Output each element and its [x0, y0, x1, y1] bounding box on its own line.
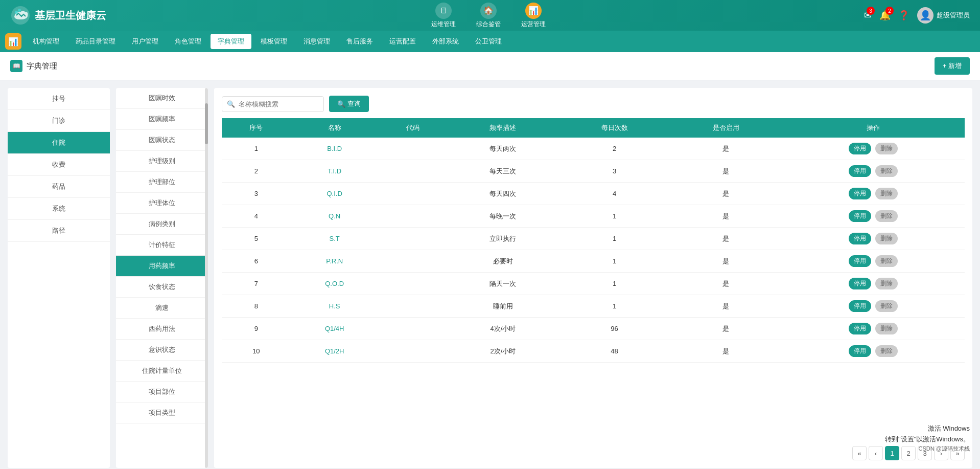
nav-center: 🖥 运维管理 🏠 综合鉴管 📊 运营管理	[112, 3, 864, 29]
mid-item-yizhu-zhuangtai[interactable]: 医嘱状态	[116, 130, 208, 151]
cell-freq-desc: 必要时	[447, 250, 558, 273]
page-title-icon: 📖	[10, 60, 22, 72]
nav-item-yunwei[interactable]: 🖥 运维管理	[431, 3, 456, 29]
mid-item-xiangmu-buwi[interactable]: 项目部位	[116, 382, 208, 403]
username: 超级管理员	[937, 11, 970, 20]
mid-item-disu[interactable]: 滴速	[116, 298, 208, 319]
page-first[interactable]: «	[852, 446, 867, 460]
page-3[interactable]: 3	[918, 446, 932, 460]
sidebar-item-shoufei[interactable]: 收费	[8, 154, 110, 176]
sidebar-item-yaopin[interactable]: 药品	[8, 176, 110, 198]
cell-name[interactable]: H.S	[291, 295, 379, 318]
delete-button[interactable]: 删除	[875, 188, 898, 199]
help-icon[interactable]: ❓	[898, 10, 909, 21]
table-row: 7 Q.O.D 隔天一次 1 是 停用 删除	[222, 273, 965, 295]
sidebar-item-xitong[interactable]: 系统	[8, 198, 110, 220]
mid-item-huli-jibie[interactable]: 护理级别	[116, 151, 208, 172]
cell-name[interactable]: Q1/4H	[291, 318, 379, 340]
cell-actions: 停用 删除	[782, 183, 965, 205]
page-prev[interactable]: ‹	[869, 446, 883, 460]
mid-item-huli-tiwei[interactable]: 护理体位	[116, 193, 208, 214]
nav-item-yunying[interactable]: 📊 运营管理	[521, 3, 546, 29]
cell-name[interactable]: S.T	[291, 228, 379, 250]
mail-icon[interactable]: ✉ 3	[864, 10, 872, 21]
stop-button[interactable]: 停用	[849, 233, 871, 244]
mid-item-jijia-tezheng[interactable]: 计价特征	[116, 235, 208, 256]
delete-button[interactable]: 删除	[875, 210, 898, 222]
search-button[interactable]: 🔍 查询	[329, 96, 369, 112]
sidebar-item-menzhen[interactable]: 门诊	[8, 110, 110, 132]
cell-code	[379, 295, 448, 318]
nav-yaoping[interactable]: 药品目录管理	[68, 34, 123, 49]
search-input-wrap: 🔍	[222, 96, 324, 112]
search-input[interactable]	[222, 96, 324, 112]
cell-code	[379, 160, 448, 183]
stop-button[interactable]: 停用	[849, 143, 871, 154]
scrollbar[interactable]	[205, 88, 208, 468]
delete-button[interactable]: 删除	[875, 255, 898, 267]
stop-button[interactable]: 停用	[849, 278, 871, 289]
stop-button[interactable]: 停用	[849, 345, 871, 357]
top-nav: 基层卫生健康云 🖥 运维管理 🏠 综合鉴管 📊 运营管理 ✉ 3 🔔 2 ❓ 👤…	[0, 0, 980, 31]
stop-button[interactable]: 停用	[849, 300, 871, 312]
nav-jigou[interactable]: 机构管理	[26, 34, 66, 49]
mid-item-xiangmu-leixing[interactable]: 项目类型	[116, 403, 208, 423]
delete-button[interactable]: 删除	[875, 278, 898, 289]
nav-waibu[interactable]: 外部系统	[425, 34, 466, 49]
page-2[interactable]: 2	[901, 446, 916, 460]
avatar-area[interactable]: 👤 超级管理员	[917, 7, 970, 24]
bell-icon[interactable]: 🔔 2	[879, 10, 891, 21]
stop-button[interactable]: 停用	[849, 210, 871, 222]
mid-item-bingli-leibie[interactable]: 病例类别	[116, 214, 208, 235]
add-button[interactable]: + 新增	[935, 57, 970, 75]
cell-name[interactable]: B.I.D	[291, 138, 379, 160]
nav-gongwei[interactable]: 公卫管理	[468, 34, 509, 49]
stop-button[interactable]: 停用	[849, 255, 871, 267]
page-next[interactable]: ›	[934, 446, 948, 460]
table-row: 1 B.I.D 每天两次 2 是 停用 删除	[222, 138, 965, 160]
nav-zidian[interactable]: 字典管理	[211, 34, 251, 49]
delete-button[interactable]: 删除	[875, 345, 898, 357]
cell-name[interactable]: Q.I.D	[291, 183, 379, 205]
delete-button[interactable]: 删除	[875, 233, 898, 244]
delete-button[interactable]: 删除	[875, 323, 898, 334]
delete-button[interactable]: 删除	[875, 165, 898, 177]
delete-button[interactable]: 删除	[875, 300, 898, 312]
mid-item-yishi-zhuangtai[interactable]: 意识状态	[116, 340, 208, 361]
delete-button[interactable]: 删除	[875, 143, 898, 154]
cell-name[interactable]: P.R.N	[291, 250, 379, 273]
sidebar-item-zhuyuan[interactable]: 住院	[8, 132, 110, 154]
mid-item-yinshi-zhuangtai[interactable]: 饮食状态	[116, 277, 208, 298]
cell-name[interactable]: Q.N	[291, 205, 379, 228]
nav-shouhou[interactable]: 售后服务	[339, 34, 380, 49]
nav-yonghu[interactable]: 用户管理	[125, 34, 166, 49]
page-last[interactable]: »	[950, 446, 965, 460]
cell-name[interactable]: Q1/2H	[291, 340, 379, 363]
cell-actions: 停用 删除	[782, 318, 965, 340]
table-row: 2 T.I.D 每天三次 3 是 停用 删除	[222, 160, 965, 183]
mid-item-zhuyuan-jiliang[interactable]: 住院计量单位	[116, 361, 208, 382]
page-header: 📖 字典管理 + 新增	[0, 52, 980, 80]
cell-enabled: 是	[670, 228, 782, 250]
nav-juese[interactable]: 角色管理	[168, 34, 208, 49]
scroll-thumb[interactable]	[205, 103, 208, 144]
stop-button[interactable]: 停用	[849, 165, 871, 177]
mid-item-yizhu-pinlv[interactable]: 医嘱频率	[116, 109, 208, 130]
mid-item-huli-buwi[interactable]: 护理部位	[116, 172, 208, 193]
mid-item-yongyao-pinlv[interactable]: 用药频率	[116, 256, 208, 277]
yunying-icon: 📊	[525, 3, 542, 19]
stop-button[interactable]: 停用	[849, 188, 871, 199]
nav-yunying-peizhì[interactable]: 运营配置	[382, 34, 423, 49]
page-1[interactable]: 1	[885, 446, 899, 460]
sidebar-item-guahao[interactable]: 挂号	[8, 88, 110, 110]
sidebar-item-lujing[interactable]: 路径	[8, 220, 110, 242]
stop-button[interactable]: 停用	[849, 323, 871, 334]
mid-item-yizhu-shixiao[interactable]: 医嘱时效	[116, 88, 208, 109]
mid-item-xiyao-yongfa[interactable]: 西药用法	[116, 319, 208, 340]
nav-moban[interactable]: 模板管理	[253, 34, 294, 49]
nav-item-zonghe[interactable]: 🏠 综合鉴管	[476, 3, 501, 29]
cell-name[interactable]: Q.O.D	[291, 273, 379, 295]
nav-xiaoxi[interactable]: 消息管理	[296, 34, 337, 49]
cell-name[interactable]: T.I.D	[291, 160, 379, 183]
yunwei-icon: 🖥	[435, 3, 452, 19]
